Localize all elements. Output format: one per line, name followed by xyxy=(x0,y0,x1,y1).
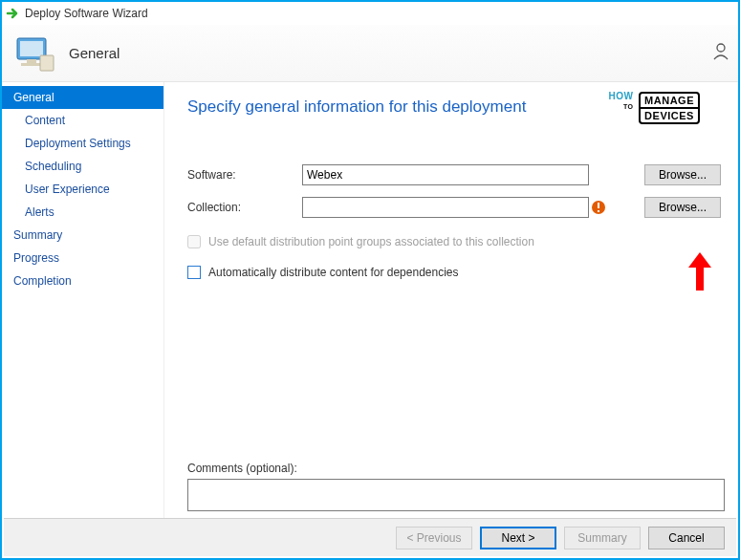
monitor-icon xyxy=(11,31,57,76)
main: General Content Deployment Settings Sche… xyxy=(2,82,738,518)
page-title: General xyxy=(69,45,120,61)
sidebar-item-general[interactable]: General xyxy=(2,86,163,109)
sidebar-item-label: Summary xyxy=(13,228,62,242)
sidebar-item-alerts[interactable]: Alerts xyxy=(2,201,163,224)
content-pane: Specify general information for this dep… xyxy=(164,82,738,518)
collection-input[interactable] xyxy=(302,197,589,218)
sidebar-item-deployment-settings[interactable]: Deployment Settings xyxy=(2,132,163,155)
sidebar-item-label: Progress xyxy=(13,251,59,265)
svg-rect-3 xyxy=(21,63,42,66)
sidebar: General Content Deployment Settings Sche… xyxy=(2,82,164,518)
sidebar-item-summary[interactable]: Summary xyxy=(2,224,163,247)
user-icon xyxy=(711,42,730,64)
sidebar-item-completion[interactable]: Completion xyxy=(2,269,163,292)
collection-row: Collection: Browse... xyxy=(187,197,721,218)
svg-rect-7 xyxy=(598,203,599,208)
logo-devices: DEVICES xyxy=(639,107,700,124)
sidebar-item-label: Scheduling xyxy=(25,160,81,173)
cancel-button[interactable]: Cancel xyxy=(648,527,725,549)
sidebar-item-label: Alerts xyxy=(25,205,54,219)
sidebar-item-user-experience[interactable]: User Experience xyxy=(2,178,163,201)
comments-textarea[interactable] xyxy=(187,479,725,511)
use-default-label: Use default distribution point groups as… xyxy=(208,235,534,248)
sidebar-item-progress[interactable]: Progress xyxy=(2,247,163,269)
auto-distribute-row[interactable]: Automatically distribute content for dep… xyxy=(187,266,721,279)
use-default-checkbox xyxy=(187,235,201,248)
app-arrow-icon xyxy=(6,6,21,21)
warning-icon xyxy=(591,200,606,215)
next-button[interactable]: Next > xyxy=(480,527,556,549)
svg-rect-8 xyxy=(598,210,599,212)
software-label: Software: xyxy=(187,168,302,182)
sidebar-item-label: Deployment Settings xyxy=(25,137,131,150)
software-browse-button[interactable]: Browse... xyxy=(644,164,721,185)
logo-to: TO xyxy=(609,103,634,110)
sidebar-item-label: User Experience xyxy=(25,183,110,196)
sidebar-item-label: Content xyxy=(25,114,65,127)
svg-rect-2 xyxy=(27,59,36,63)
previous-button: < Previous xyxy=(396,527,472,549)
logo-how: HOW xyxy=(609,92,634,101)
watermark-logo: HOW TO MANAGE DEVICES xyxy=(609,92,700,124)
sidebar-item-content[interactable]: Content xyxy=(2,109,163,132)
software-row: Software: Browse... xyxy=(187,164,721,185)
window-title: Deploy Software Wizard xyxy=(25,7,148,20)
sidebar-item-label: Completion xyxy=(13,274,72,288)
summary-button: Summary xyxy=(564,527,641,549)
use-default-row: Use default distribution point groups as… xyxy=(187,235,721,248)
svg-point-5 xyxy=(717,44,725,52)
titlebar: Deploy Software Wizard xyxy=(2,2,738,25)
footer: < Previous Next > Summary Cancel xyxy=(4,518,736,556)
software-input[interactable] xyxy=(302,164,589,185)
auto-distribute-label: Automatically distribute content for dep… xyxy=(208,266,459,279)
sidebar-item-scheduling[interactable]: Scheduling xyxy=(2,155,163,178)
auto-distribute-checkbox[interactable] xyxy=(187,266,201,279)
sidebar-item-label: General xyxy=(13,91,54,104)
svg-rect-4 xyxy=(40,55,54,71)
svg-rect-1 xyxy=(20,41,43,56)
header: General xyxy=(2,25,738,82)
comments-label: Comments (optional): xyxy=(187,462,725,475)
comments-area: Comments (optional): xyxy=(187,462,725,514)
collection-label: Collection: xyxy=(187,201,302,214)
collection-browse-button[interactable]: Browse... xyxy=(644,197,721,218)
